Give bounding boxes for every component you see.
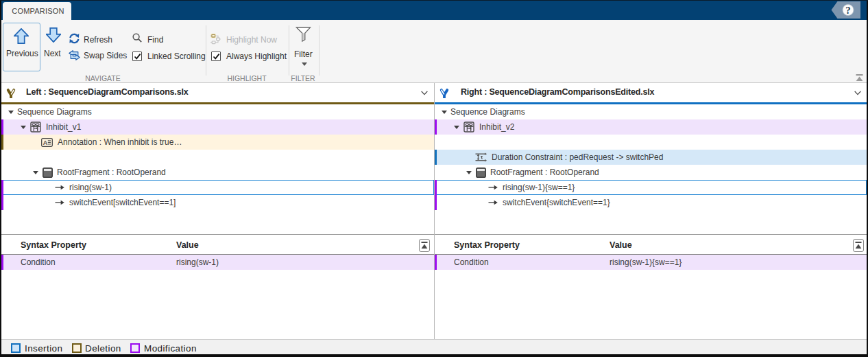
svg-text:?: ? bbox=[845, 5, 851, 16]
svg-text:A: A bbox=[43, 139, 48, 146]
